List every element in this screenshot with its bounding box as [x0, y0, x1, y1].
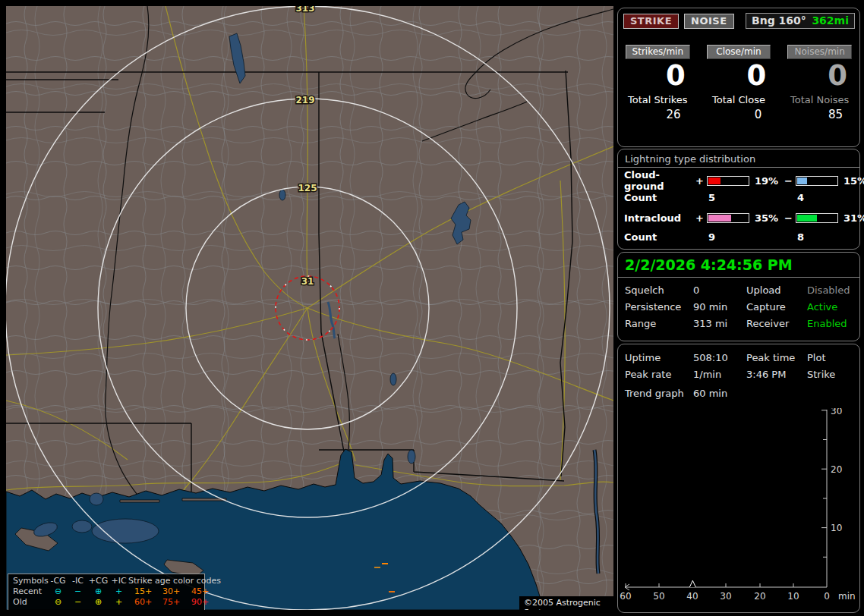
recent-neg-cg-icon: ⊖ — [48, 586, 68, 597]
plus-sign: + — [695, 175, 707, 187]
ic-positive-count: 9 — [707, 231, 715, 243]
squelch-label: Squelch — [625, 284, 693, 296]
total-close-value: 0 — [707, 108, 771, 121]
cg-negative-pct: 15% — [840, 175, 864, 187]
intracloud-label: Intracloud — [624, 212, 695, 224]
uptime-value: 508:10 — [693, 352, 746, 363]
trend-x-ticks — [626, 583, 793, 587]
trend-x-40: 40 — [686, 591, 698, 602]
trend-y-10: 10 — [831, 523, 842, 533]
count-label: Count — [624, 231, 695, 243]
cg-positive-bar — [707, 176, 749, 186]
recent-pos-ic-icon: + — [109, 586, 128, 597]
ring-label-219: 219 — [295, 95, 314, 105]
old-pos-ic-icon: + — [109, 597, 128, 608]
old-neg-cg-icon: ⊖ — [48, 597, 68, 608]
legend-pos-ic-header: +IC — [109, 576, 128, 586]
legend-age-header: Strike age color codes — [128, 576, 217, 586]
recent-pos-cg-icon: ⊕ — [87, 586, 109, 597]
cg-negative-bar — [796, 176, 838, 186]
peak-rate-value: 1/min — [693, 369, 746, 380]
age-90: 90+ — [191, 597, 217, 608]
ring-label-31: 31 — [301, 276, 314, 287]
ic-positive-pct: 35% — [751, 212, 784, 224]
strikes-per-min-button[interactable]: Strikes/min — [626, 45, 690, 59]
peak-time-header: Peak time — [746, 352, 807, 363]
strike-toggle-button[interactable]: STRIKE — [623, 14, 679, 29]
trend-graph: 30 20 10 60 50 40 30 20 10 0 min — [618, 408, 859, 607]
total-noises-value: 85 — [787, 108, 852, 121]
capture-status: Active — [807, 301, 853, 313]
range-label: Range — [625, 318, 693, 329]
ic-negative-count: 8 — [796, 231, 804, 243]
uptime-label: Uptime — [625, 352, 693, 363]
legend-pos-cg-header: +CG — [87, 576, 109, 586]
symbol-legend: Symbols -CG -IC +CG +IC Strike age color… — [8, 574, 205, 610]
counters-panel: STRIKE NOISE Bng 160° 362mi Strikes/min … — [617, 8, 860, 147]
intracloud-row: Intracloud + 35% − 31% — [618, 209, 859, 228]
plot-mode-value: Strike — [807, 369, 853, 380]
trend-x-60: 60 — [620, 591, 631, 602]
datetime-display: 2/2/2026 4:24:56 PM — [618, 253, 859, 278]
ic-positive-bar — [707, 213, 749, 223]
capture-label: Capture — [746, 301, 807, 313]
receiver-label: Receiver — [746, 318, 807, 329]
copyright-notice: ©2005 Astrogenic Systems — [519, 596, 613, 610]
cg-negative-count: 4 — [796, 192, 804, 203]
legend-neg-ic-header: -IC — [68, 576, 87, 586]
noises-per-min-value: 0 — [787, 61, 852, 91]
persistence-value: 90 min — [693, 301, 746, 313]
plot-header: Plot — [807, 352, 853, 363]
trend-strike-spike — [689, 580, 695, 587]
receiver-status: Enabled — [807, 318, 853, 329]
bearing-distance: 362mi — [812, 14, 849, 27]
trend-x-30: 30 — [720, 591, 731, 602]
plus-sign: + — [695, 212, 707, 224]
noises-column: Noises/min 0 Total Noises 85 — [787, 45, 852, 121]
noise-toggle-button[interactable]: NOISE — [684, 14, 734, 29]
minus-sign: − — [784, 212, 796, 224]
map-canvas: 313 219 125 31 — [6, 6, 613, 610]
status-panel: 2/2/2026 4:24:56 PM Squelch 0 Upload Dis… — [617, 252, 860, 341]
trend-x-unit: min — [838, 591, 856, 602]
squelch-value: 0 — [693, 284, 746, 296]
age-75: 75+ — [162, 597, 191, 608]
trend-x-20: 20 — [754, 591, 765, 602]
peak-time-value: 3:46 PM — [746, 369, 807, 380]
age-30: 30+ — [162, 586, 191, 597]
close-per-min-value: 0 — [707, 61, 771, 91]
bearing-label: Bng 160° — [752, 14, 806, 27]
age-45: 45+ — [191, 586, 217, 597]
old-pos-cg-icon: ⊕ — [87, 597, 109, 608]
lightning-distribution-panel: Lightning type distribution Cloud-ground… — [617, 149, 860, 250]
strikes-per-min-value: 0 — [626, 61, 690, 91]
total-close-label: Total Close — [707, 94, 771, 105]
trend-y-30: 30 — [831, 408, 842, 416]
cg-positive-count: 5 — [707, 192, 715, 203]
lightning-map[interactable]: 313 219 125 31 Symbols -CG -IC +CG +IC S… — [6, 6, 613, 610]
trend-y-ticks — [821, 410, 827, 558]
old-neg-ic-icon: − — [68, 597, 87, 608]
legend-symbols-header: Symbols — [13, 576, 48, 586]
age-60: 60+ — [134, 597, 162, 608]
count-label: Count — [624, 192, 695, 203]
age-15: 15+ — [134, 586, 162, 597]
total-strikes-value: 26 — [626, 108, 690, 121]
close-per-min-button[interactable]: Close/min — [707, 45, 771, 59]
cloud-ground-label: Cloud-ground — [624, 169, 695, 192]
peak-rate-label: Peak rate — [625, 369, 693, 380]
upload-label: Upload — [746, 284, 807, 296]
noises-per-min-button[interactable]: Noises/min — [787, 45, 852, 59]
trend-x-50: 50 — [653, 591, 664, 602]
ic-negative-bar — [796, 213, 838, 223]
close-column: Close/min 0 Total Close 0 — [707, 45, 771, 121]
range-value: 313 mi — [693, 318, 746, 329]
strikes-column: Strikes/min 0 Total Strikes 26 — [626, 45, 690, 121]
trend-y-20: 20 — [831, 464, 842, 475]
minus-sign: − — [784, 175, 796, 187]
session-panel: Uptime 508:10 Peak time Plot Peak rate 1… — [617, 344, 860, 613]
cg-positive-pct: 19% — [751, 175, 784, 187]
distribution-title: Lightning type distribution — [618, 149, 859, 168]
ring-label-125: 125 — [298, 183, 317, 193]
ic-negative-pct: 31% — [840, 212, 864, 224]
